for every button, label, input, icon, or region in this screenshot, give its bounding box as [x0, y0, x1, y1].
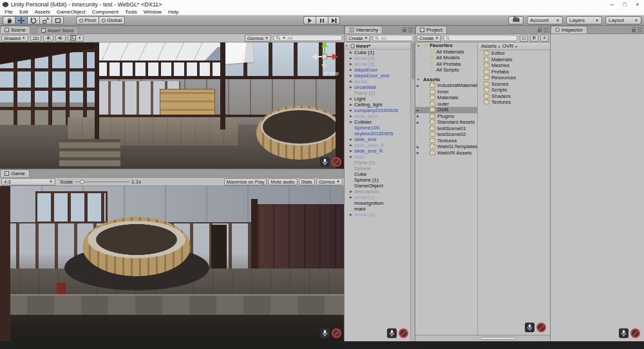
microphone-icon[interactable] — [525, 323, 535, 332]
project-folder-webgltemplates[interactable]: ▶WebGLTemplates — [415, 144, 477, 150]
menu-component[interactable]: Component — [89, 9, 122, 15]
game-gizmos-dropdown[interactable]: Gizmos▼ — [316, 178, 343, 185]
pause-button[interactable] — [316, 16, 328, 24]
camera-blocked-icon[interactable] — [332, 157, 341, 167]
hierarchy-create-dropdown[interactable]: Create▼ — [346, 35, 370, 42]
pivot-toggle-button[interactable]: Pivot — [76, 16, 99, 24]
project-folder-ovr[interactable]: ▶OVR — [415, 107, 477, 113]
minimize-button[interactable]: – — [605, 0, 618, 9]
scrollbar-thumb[interactable] — [412, 43, 415, 79]
expand-arrow-icon[interactable]: ▶ — [350, 196, 352, 199]
search-by-label-button[interactable] — [530, 35, 538, 42]
project-folder-testscene02[interactable]: testScene02 — [415, 131, 477, 138]
shading-mode-dropdown[interactable]: Shaded▼ — [1, 35, 28, 42]
scene-gizmos-dropdown[interactable]: Gizmos▼ — [245, 35, 271, 42]
hierarchy-item-slide-door-r[interactable]: ▶slide_door_R — [345, 142, 410, 148]
menu-gameobject[interactable]: GameObject — [53, 9, 89, 15]
project-folder-testscene01[interactable]: testScene01 — [415, 126, 477, 132]
effects-dropdown[interactable]: ▼ — [68, 35, 84, 42]
folder-shaders[interactable]: Shaders — [478, 93, 550, 100]
step-button[interactable] — [328, 16, 340, 24]
panel-menu-icon[interactable] — [638, 28, 643, 32]
folder-meshes[interactable]: Meshes — [478, 62, 550, 69]
hierarchy-item-door[interactable]: ▶door — [345, 154, 410, 160]
folder-scenes[interactable]: Scenes — [478, 81, 550, 88]
perspective-toggle[interactable]: Persp — [323, 71, 339, 75]
favorite-all-prefabs[interactable]: ★All Prefabs — [415, 61, 477, 68]
layers-dropdown[interactable]: Layers▼ — [566, 16, 602, 24]
y-axis-cone-icon[interactable] — [321, 42, 328, 47]
hierarchy-item-arrow-4[interactable]: ▶arrow (4) — [345, 55, 410, 61]
expand-arrow-icon[interactable]: ▶ — [350, 51, 352, 54]
scale-slider-thumb[interactable] — [80, 180, 84, 184]
breadcrumb-ovr[interactable]: OVR — [502, 43, 513, 49]
scale-tool-button[interactable] — [39, 16, 52, 24]
expand-arrow-icon[interactable]: ▶ — [350, 190, 352, 193]
microphone-icon[interactable] — [619, 328, 629, 338]
scene-search-input[interactable]: ▼All — [273, 35, 343, 41]
expand-arrow-icon[interactable]: ▶ — [350, 120, 352, 124]
hierarchy-item-cube[interactable]: Cube — [345, 171, 410, 177]
hierarchy-item-arrow-2[interactable]: ▶arrow (2) — [345, 212, 410, 218]
project-create-dropdown[interactable]: Create▼ — [417, 35, 441, 42]
menu-assets[interactable]: Assets — [32, 9, 53, 15]
expand-arrow-icon[interactable]: ▶ — [350, 149, 352, 153]
hierarchy-item-arrow-1[interactable]: ▶arrow (1) — [345, 194, 410, 200]
expand-arrow-icon[interactable]: ▶ — [350, 213, 352, 216]
expand-arrow-icon[interactable]: ▼ — [345, 44, 348, 48]
hierarchy-item-stepsdoor[interactable]: ▶stepsDoor — [345, 67, 410, 73]
hierarchy-search-input[interactable]: All — [372, 35, 413, 41]
hierarchy-item-slide-door[interactable]: ▶slide_door — [345, 113, 410, 119]
favorites-header[interactable]: ▼★Favorites — [415, 42, 477, 49]
play-button[interactable] — [303, 16, 316, 24]
expand-arrow-icon[interactable]: ▶ — [417, 121, 419, 124]
hierarchy-item-slide-end[interactable]: ▶slide_end — [345, 137, 410, 142]
hierarchy-item-light[interactable]: ▶Light — [345, 96, 410, 102]
panel-menu-icon[interactable] — [544, 28, 549, 32]
hierarchy-item-sphere-1[interactable]: Sphere (1) — [345, 177, 410, 183]
rotate-tool-button[interactable] — [27, 16, 39, 24]
hierarchy-scrollbar[interactable] — [410, 42, 415, 341]
expand-arrow-icon[interactable]: ▶ — [417, 109, 419, 112]
hierarchy-item-sphere[interactable]: Sphere — [345, 165, 410, 171]
hierarchy-item-collider[interactable]: ▶Collider — [345, 119, 410, 125]
x-axis-cone-icon[interactable] — [332, 53, 338, 60]
expand-arrow-icon[interactable]: ▼ — [417, 44, 420, 48]
camera-blocked-icon[interactable] — [536, 323, 546, 332]
tab-inspector[interactable]: Inspector — [551, 26, 587, 33]
breadcrumb-assets[interactable]: Assets — [481, 43, 497, 49]
menu-window[interactable]: Window — [140, 9, 165, 15]
move-tool-button[interactable] — [15, 16, 27, 24]
microphone-icon[interactable] — [320, 328, 330, 338]
hierarchy-item-arrow-3[interactable]: ▶arrow (3) — [345, 61, 410, 67]
expand-arrow-icon[interactable]: ▶ — [417, 115, 419, 118]
scene-viewport[interactable]: Persp — [0, 42, 344, 169]
expand-arrow-icon[interactable]: ▼ — [417, 78, 420, 81]
gizmo-center-cube[interactable] — [322, 54, 327, 59]
menu-edit[interactable]: Edit — [16, 9, 32, 15]
hierarchy-item-company20160928[interactable]: ▶company20160928 — [345, 108, 410, 113]
tab-project[interactable]: Project — [415, 26, 447, 33]
expand-arrow-icon[interactable]: ▶ — [350, 74, 352, 77]
scale-slider[interactable] — [75, 182, 129, 182]
hierarchy-item-skybox20160905[interactable]: skybox20160905 — [345, 131, 410, 137]
lock-icon[interactable] — [402, 29, 406, 32]
hierarchy-item-sphere100[interactable]: Sphere100 — [345, 125, 410, 131]
hand-tool-button[interactable] — [3, 16, 15, 24]
project-folder-outer[interactable]: outer — [415, 101, 477, 108]
folder-resources[interactable]: Resources — [478, 75, 550, 81]
camera-blocked-icon[interactable] — [332, 328, 341, 338]
search-by-type-button[interactable] — [520, 35, 528, 42]
expand-arrow-icon[interactable]: ▶ — [350, 68, 352, 71]
axis-cone-icon[interactable] — [321, 64, 328, 70]
tab-asset-store[interactable]: Asset Store — [37, 26, 79, 33]
expand-arrow-icon[interactable]: ▶ — [350, 62, 352, 66]
hierarchy-item-description[interactable]: ▶description — [345, 189, 410, 194]
folder-prefabs[interactable]: Prefabs — [478, 69, 550, 75]
mute-audio-button[interactable]: Mute audio — [268, 178, 297, 185]
folder-editor[interactable]: Editor — [478, 50, 550, 57]
stats-button[interactable]: Stats — [299, 178, 315, 185]
close-button[interactable]: × — [631, 0, 644, 9]
hierarchy-item-arrow[interactable]: ▶arrow — [345, 79, 410, 84]
axis-cone-icon[interactable] — [311, 53, 317, 60]
